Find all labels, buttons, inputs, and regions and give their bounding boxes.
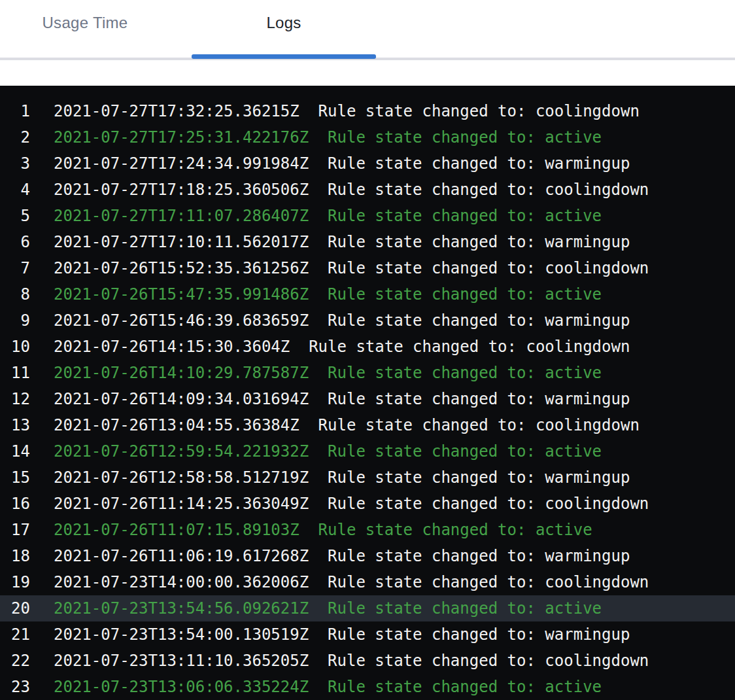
line-number: 9: [0, 307, 30, 334]
log-row[interactable]: 21 2021-07-23T13:54:00.130519Z Rule stat…: [0, 621, 735, 648]
log-row[interactable]: 18 2021-07-26T11:06:19.617268Z Rule stat…: [0, 543, 735, 569]
log-row[interactable]: 5 2021-07-27T17:11:07.286407Z Rule state…: [0, 203, 735, 229]
log-row[interactable]: 2 2021-07-27T17:25:31.422176Z Rule state…: [0, 124, 735, 150]
log-row[interactable]: 20 2021-07-23T13:54:56.092621Z Rule stat…: [0, 595, 735, 621]
line-text: 2021-07-23T14:00:00.362006Z Rule state c…: [30, 569, 649, 595]
line-text: 2021-07-26T12:58:58.512719Z Rule state c…: [30, 464, 630, 491]
line-number: 7: [0, 255, 30, 281]
line-number: 10: [0, 334, 30, 360]
line-text: 2021-07-26T11:07:15.89103Z Rule state ch…: [30, 517, 592, 543]
line-number: 1: [0, 98, 30, 124]
log-row[interactable]: 7 2021-07-26T15:52:35.361256Z Rule state…: [0, 255, 735, 281]
log-row[interactable]: 10 2021-07-26T14:15:30.3604Z Rule state …: [0, 334, 735, 360]
log-row[interactable]: 4 2021-07-27T17:18:25.360506Z Rule state…: [0, 177, 735, 203]
line-number: 18: [0, 543, 30, 569]
line-number: 11: [0, 360, 30, 386]
log-row[interactable]: 13 2021-07-26T13:04:55.36384Z Rule state…: [0, 412, 735, 438]
line-number: 23: [0, 674, 30, 700]
tab-usage-time[interactable]: Usage Time: [0, 0, 170, 58]
line-text: 2021-07-26T15:46:39.683659Z Rule state c…: [30, 307, 630, 334]
line-text: 2021-07-26T15:47:35.991486Z Rule state c…: [30, 281, 602, 307]
line-number: 15: [0, 464, 30, 491]
line-number: 3: [0, 150, 30, 177]
log-row[interactable]: 19 2021-07-23T14:00:00.362006Z Rule stat…: [0, 569, 735, 595]
log-row[interactable]: 6 2021-07-27T17:10:11.562017Z Rule state…: [0, 229, 735, 255]
tab-logs[interactable]: Logs: [192, 0, 376, 58]
line-number: 19: [0, 569, 30, 595]
log-row[interactable]: 12 2021-07-26T14:09:34.031694Z Rule stat…: [0, 386, 735, 412]
line-number: 16: [0, 491, 30, 517]
log-row[interactable]: 11 2021-07-26T14:10:29.787587Z Rule stat…: [0, 360, 735, 386]
line-text: 2021-07-26T11:14:25.363049Z Rule state c…: [30, 491, 649, 517]
line-number: 6: [0, 229, 30, 255]
log-row[interactable]: 14 2021-07-26T12:59:54.221932Z Rule stat…: [0, 438, 735, 464]
line-text: 2021-07-27T17:18:25.360506Z Rule state c…: [30, 177, 649, 203]
log-row[interactable]: 9 2021-07-26T15:46:39.683659Z Rule state…: [0, 307, 735, 334]
line-text: 2021-07-26T14:09:34.031694Z Rule state c…: [30, 386, 630, 412]
line-text: 2021-07-27T17:32:25.36215Z Rule state ch…: [30, 98, 640, 124]
line-number: 12: [0, 386, 30, 412]
log-row[interactable]: 8 2021-07-26T15:47:35.991486Z Rule state…: [0, 281, 735, 307]
log-row[interactable]: 23 2021-07-23T13:06:06.335224Z Rule stat…: [0, 674, 735, 700]
line-number: 2: [0, 124, 30, 150]
line-text: 2021-07-26T12:59:54.221932Z Rule state c…: [30, 438, 602, 464]
tab-content-gap: [0, 60, 735, 86]
tab-usage-time-label: Usage Time: [42, 14, 128, 32]
line-number: 8: [0, 281, 30, 307]
line-number: 20: [0, 595, 30, 621]
line-number: 13: [0, 412, 30, 438]
active-tab-indicator: [192, 54, 376, 59]
line-text: 2021-07-26T13:04:55.36384Z Rule state ch…: [30, 412, 640, 438]
line-number: 4: [0, 177, 30, 203]
tab-logs-label: Logs: [266, 14, 301, 32]
line-text: 2021-07-23T13:54:56.092621Z Rule state c…: [30, 595, 602, 621]
tab-bar: Usage Time Logs: [0, 0, 735, 60]
log-row[interactable]: 16 2021-07-26T11:14:25.363049Z Rule stat…: [0, 491, 735, 517]
line-text: 2021-07-26T15:52:35.361256Z Rule state c…: [30, 255, 649, 281]
log-row[interactable]: 15 2021-07-26T12:58:58.512719Z Rule stat…: [0, 464, 735, 491]
line-text: 2021-07-23T13:06:06.335224Z Rule state c…: [30, 674, 602, 700]
line-number: 14: [0, 438, 30, 464]
line-text: 2021-07-27T17:24:34.991984Z Rule state c…: [30, 150, 630, 177]
line-number: 22: [0, 648, 30, 674]
line-text: 2021-07-26T14:15:30.3604Z Rule state cha…: [30, 334, 630, 360]
log-row[interactable]: 17 2021-07-26T11:07:15.89103Z Rule state…: [0, 517, 735, 543]
log-row[interactable]: 3 2021-07-27T17:24:34.991984Z Rule state…: [0, 150, 735, 177]
log-row[interactable]: 22 2021-07-23T13:11:10.365205Z Rule stat…: [0, 648, 735, 674]
line-text: 2021-07-26T14:10:29.787587Z Rule state c…: [30, 360, 602, 386]
line-text: 2021-07-27T17:10:11.562017Z Rule state c…: [30, 229, 630, 255]
line-number: 21: [0, 621, 30, 648]
line-text: 2021-07-27T17:25:31.422176Z Rule state c…: [30, 124, 602, 150]
log-lines: 1 2021-07-27T17:32:25.36215Z Rule state …: [0, 98, 735, 700]
log-viewer: 1 2021-07-27T17:32:25.36215Z Rule state …: [0, 86, 735, 700]
log-row[interactable]: 1 2021-07-27T17:32:25.36215Z Rule state …: [0, 98, 735, 124]
line-text: 2021-07-23T13:54:00.130519Z Rule state c…: [30, 621, 630, 648]
line-number: 17: [0, 517, 30, 543]
line-text: 2021-07-27T17:11:07.286407Z Rule state c…: [30, 203, 602, 229]
line-text: 2021-07-23T13:11:10.365205Z Rule state c…: [30, 648, 649, 674]
line-text: 2021-07-26T11:06:19.617268Z Rule state c…: [30, 543, 630, 569]
line-number: 5: [0, 203, 30, 229]
